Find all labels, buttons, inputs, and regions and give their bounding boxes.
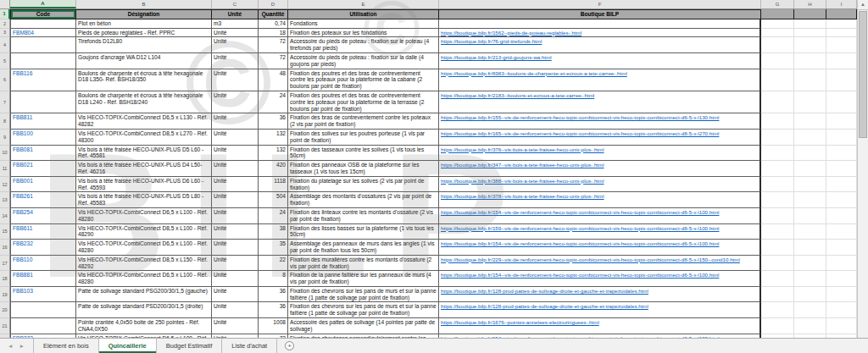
cell-code[interactable]: FBB811 <box>10 113 76 130</box>
cell-empty[interactable] <box>794 29 826 38</box>
cell-empty[interactable] <box>794 130 826 146</box>
boutique-link[interactable]: https://boutique.bilp.fr/388--vis-bois-a… <box>441 178 758 185</box>
cell-empty[interactable] <box>761 224 794 240</box>
header-cell-designation[interactable]: Désignation <box>76 9 212 19</box>
column-header-i[interactable]: I <box>826 0 857 8</box>
cell-boutique[interactable]: https://boutique.bilp.fr/128-prod-pattes… <box>439 302 761 318</box>
cell-unite[interactable]: Unité <box>212 240 259 256</box>
cell-empty[interactable] <box>826 271 857 287</box>
select-all-corner[interactable] <box>0 0 10 8</box>
cell-utilisation[interactable]: Fixation des chevrons sur les pans de mu… <box>288 287 439 303</box>
cell-empty[interactable] <box>761 287 794 303</box>
row-number[interactable]: 18 <box>0 271 10 287</box>
cell-code[interactable]: FBB881 <box>10 271 76 287</box>
boutique-link[interactable]: https://boutique.bilp.fr/128-prod-pattes… <box>441 303 758 310</box>
cell-code[interactable] <box>10 91 76 113</box>
row-number[interactable]: 7 <box>0 91 10 113</box>
cell-boutique[interactable]: https://boutique.bilp.fr/154--vis-de-ren… <box>439 271 761 287</box>
cell-designation[interactable]: Vis HECO-TOPIX-CombiConnect D6,5 x L130 … <box>76 113 212 130</box>
cell-empty[interactable] <box>794 224 826 240</box>
row-number[interactable]: 2 <box>0 19 10 29</box>
cell-empty[interactable] <box>794 240 826 256</box>
cell-empty[interactable] <box>826 29 857 38</box>
row-number[interactable]: 13 <box>0 192 10 208</box>
cell-utilisation[interactable]: Accessoire des pattes de solivage (14 po… <box>288 318 439 334</box>
cell-boutique[interactable]: https://boutique.bilp.fr/388--vis-bois-a… <box>439 177 761 193</box>
cell-quantite[interactable]: 132 <box>259 146 288 162</box>
cell-empty[interactable] <box>794 177 826 193</box>
cell-unite[interactable]: Unité <box>212 192 259 208</box>
cell-unite[interactable]: Unité <box>212 177 259 193</box>
row-number[interactable]: 3 <box>0 29 10 38</box>
cell-unite[interactable]: Unité <box>212 37 259 53</box>
cell-code[interactable] <box>10 53 76 69</box>
cell-empty[interactable] <box>761 177 794 193</box>
cell-empty[interactable] <box>826 37 857 53</box>
cell-empty[interactable] <box>826 69 857 91</box>
cell-empty[interactable] <box>761 146 794 162</box>
boutique-link[interactable]: https://boutique.bilp.fr/154--vis-de-ren… <box>441 209 758 216</box>
cell-unite[interactable]: Unité <box>212 256 259 272</box>
cell-designation[interactable]: Tirefonds D12L80 <box>76 37 212 53</box>
cell-empty[interactable] <box>761 302 794 318</box>
cell-empty[interactable] <box>761 113 794 130</box>
cell-empty[interactable] <box>826 302 857 318</box>
cell-boutique[interactable]: https://boutique.bilp.fr/213-grid-goujon… <box>439 53 761 69</box>
column-header-e[interactable]: E <box>288 0 439 8</box>
cell-empty[interactable] <box>794 53 826 69</box>
cell-code[interactable] <box>10 19 76 29</box>
cell-designation[interactable]: Goujons d'ancrage WA D12 L104 <box>76 53 212 69</box>
cell-empty[interactable] <box>761 29 794 38</box>
cell-quantite[interactable]: 18 <box>259 29 288 38</box>
cell-utilisation[interactable]: Accessoire du pieds de poteau : fixation… <box>288 53 439 69</box>
row-number[interactable]: 5 <box>0 53 10 69</box>
cell-utilisation[interactable]: Assemblage des montants d'ossatures (2 v… <box>288 192 439 208</box>
cell-utilisation[interactable]: Fixation des lisses basses sur la platef… <box>288 224 439 240</box>
cell-utilisation[interactable]: Fixation des bras de contreventement con… <box>288 113 439 130</box>
cell-empty[interactable] <box>794 287 826 303</box>
cell-empty[interactable] <box>761 91 794 113</box>
column-header-a[interactable]: A <box>10 0 76 8</box>
cell-code[interactable]: FBB110 <box>10 256 76 272</box>
cell-quantite[interactable]: 72 <box>259 37 288 53</box>
cell-boutique[interactable] <box>439 19 761 29</box>
cell-empty[interactable] <box>826 53 857 69</box>
cell-designation[interactable]: Boulons de charpente et écrous à tête he… <box>76 91 212 113</box>
cell-empty[interactable] <box>794 91 826 113</box>
cell-empty[interactable] <box>826 177 857 193</box>
cell-empty[interactable] <box>794 161 826 177</box>
cell-empty[interactable] <box>826 113 857 130</box>
cell-boutique[interactable]: https://boutique.bilp.fr/376--vis-bois-a… <box>439 146 761 162</box>
cell-empty[interactable] <box>761 318 794 334</box>
cell-boutique[interactable]: https://boutique.bilp.fr/229--vis-de-ren… <box>439 256 761 272</box>
cell-designation[interactable]: Vis HECO-TOPIX-CombiConnect D6,5 x L100 … <box>76 271 212 287</box>
cell-empty[interactable] <box>761 19 794 29</box>
boutique-link[interactable]: https://boutique.bilp.fr/154--vis-de-ren… <box>441 272 758 279</box>
cell-unite[interactable]: Unité <box>212 318 259 334</box>
cell-empty[interactable] <box>826 146 857 162</box>
column-header-b[interactable]: B <box>76 0 212 8</box>
tabs-prev-icon[interactable]: ◄ <box>8 343 13 349</box>
tab-el-ment-en-bois[interactable]: Elément en bois <box>33 339 99 353</box>
cell-code[interactable]: FBB116 <box>10 69 76 91</box>
scrollbar-thumb[interactable] <box>859 11 867 138</box>
cell-utilisation[interactable]: Assemblage des panneaux de murs dans les… <box>288 240 439 256</box>
cell-designation[interactable]: Vis HECO-TOPIX-CombiConnect D8,5 x L100 … <box>76 224 212 240</box>
cell-code[interactable]: FBB081 <box>10 146 76 162</box>
cell-utilisation[interactable]: Fixation des solives sur les poutres por… <box>288 130 439 146</box>
cell-empty[interactable] <box>761 69 794 91</box>
cell-empty[interactable] <box>761 192 794 208</box>
cell-empty[interactable] <box>826 19 857 29</box>
column-header-c[interactable]: C <box>212 0 259 8</box>
cell-empty[interactable] <box>794 208 826 224</box>
column-header-g[interactable]: G <box>761 0 794 8</box>
cell-utilisation[interactable]: Fixation du platelage sur les solives (2… <box>288 177 439 193</box>
cell-boutique[interactable]: https://boutique.bilp.fr/155--vis-de-ren… <box>439 113 761 130</box>
cell-code[interactable]: FBM804 <box>10 29 76 38</box>
cell-utilisation[interactable]: Fixation des panneaux OSB de la platefor… <box>288 161 439 177</box>
header-cell-utilisation[interactable]: Utilisation <box>288 9 439 19</box>
column-header-h[interactable]: H <box>794 0 826 8</box>
cell-empty[interactable] <box>826 224 857 240</box>
cell-utilisation[interactable]: Fixation des poteaux sur les fondations <box>288 29 439 38</box>
header-cell-code[interactable]: Code <box>10 9 76 19</box>
